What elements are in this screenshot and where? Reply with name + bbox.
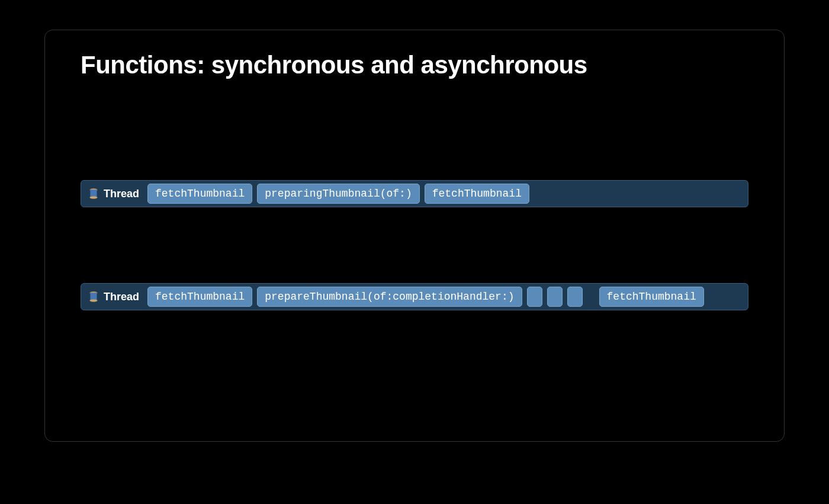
thread-spool-icon [87, 290, 100, 303]
thread-row-sync: Thread fetchThumbnail preparingThumbnail… [81, 180, 748, 207]
function-block: fetchThumbnail [425, 184, 529, 204]
function-block: fetchThumbnail [147, 184, 252, 204]
work-block [567, 287, 583, 307]
function-block: fetchThumbnail [147, 287, 252, 307]
thread-label: Thread [85, 187, 143, 200]
slide-title: Functions: synchronous and asynchronous [81, 51, 748, 79]
work-block [547, 287, 563, 307]
svg-point-6 [90, 196, 98, 199]
work-block [527, 287, 542, 307]
function-block: prepareThumbnail(of:completionHandler:) [257, 287, 522, 307]
thread-spool-icon [87, 187, 100, 200]
function-block: fetchThumbnail [599, 287, 704, 307]
thread-label: Thread [85, 290, 143, 303]
slide-frame: Functions: synchronous and asynchronous … [44, 30, 785, 442]
thread-label-text: Thread [104, 291, 139, 303]
function-block: preparingThumbnail(of:) [257, 184, 419, 204]
svg-point-13 [90, 299, 98, 302]
thread-label-text: Thread [104, 188, 139, 200]
thread-row-async: Thread fetchThumbnail prepareThumbnail(o… [81, 283, 748, 310]
